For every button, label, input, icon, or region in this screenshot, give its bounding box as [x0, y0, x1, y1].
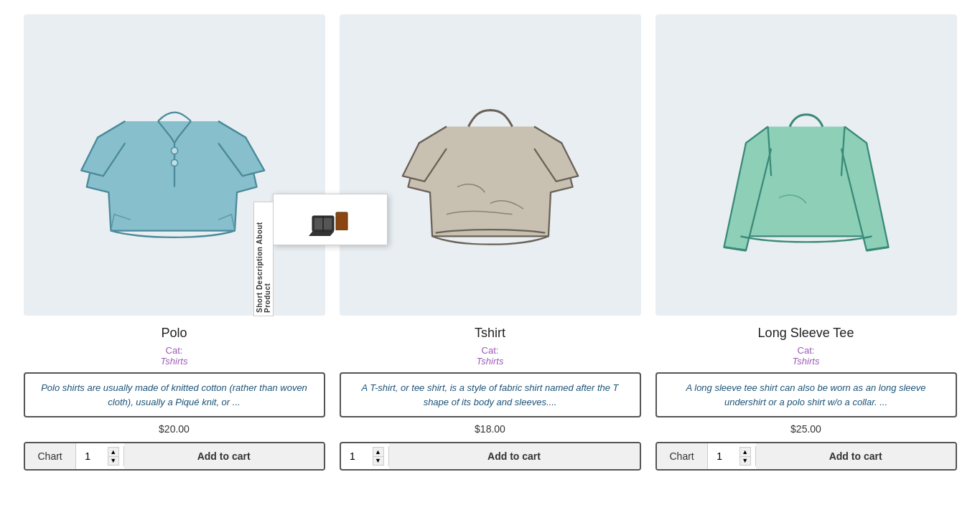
tooltip-icon [274, 194, 387, 245]
product-cat-value-longsleeve: Tshirts [793, 356, 820, 367]
product-image-polo [24, 14, 325, 316]
product-title-tshirt: Tshirt [475, 326, 505, 341]
add-to-cart-button-polo[interactable]: Add to cart [124, 443, 324, 469]
chart-button-longsleeve[interactable]: Chart [657, 443, 708, 469]
tshirt-image [370, 44, 611, 285]
product-cat-label-longsleeve: Cat: [798, 345, 815, 356]
product-image-tshirt [340, 14, 641, 316]
product-cat-value-polo: Tshirts [161, 356, 188, 367]
product-actions-polo: Chart ▲ ▼ Add to cart [24, 442, 325, 471]
svg-marker-5 [309, 232, 334, 236]
quantity-up-polo[interactable]: ▲ [108, 447, 119, 456]
product-price-polo: $20.00 [159, 423, 190, 435]
quantity-spinners-tshirt: ▲ ▼ [373, 447, 384, 466]
products-grid: Polo Cat: Tshirts Polo shirts are usuall… [7, 7, 973, 478]
product-cat-label-tshirt: Cat: [482, 345, 499, 356]
quantity-up-longsleeve[interactable]: ▲ [739, 447, 751, 456]
quantity-up-tshirt[interactable]: ▲ [373, 447, 384, 456]
svg-point-1 [171, 148, 177, 154]
chart-button-polo[interactable]: Chart [25, 443, 76, 469]
quantity-container-longsleeve: ▲ ▼ [708, 446, 756, 466]
product-actions-longsleeve: Chart ▲ ▼ Add to cart [655, 442, 957, 471]
quantity-down-tshirt[interactable]: ▼ [373, 456, 384, 466]
quantity-down-polo[interactable]: ▼ [108, 456, 119, 466]
longsleeve-image [686, 44, 927, 285]
product-tooltip: Short Description About Product [273, 194, 388, 245]
product-cat-label-polo: Cat: [166, 345, 183, 356]
product-title-longsleeve: Long Sleeve Tee [758, 326, 854, 341]
add-to-cart-button-longsleeve[interactable]: Add to cart [756, 443, 956, 469]
add-to-cart-button-tshirt[interactable]: Add to cart [389, 443, 640, 469]
product-title-polo: Polo [161, 326, 187, 341]
quantity-container-polo: ▲ ▼ [76, 446, 124, 466]
product-description-tshirt: A T-shirt, or tee shirt, is a style of f… [340, 372, 641, 417]
quantity-input-polo[interactable] [80, 446, 106, 466]
svg-rect-7 [336, 212, 347, 230]
quantity-down-longsleeve[interactable]: ▼ [739, 456, 751, 466]
quantity-container-tshirt: ▲ ▼ [341, 446, 389, 466]
product-description-longsleeve: A long sleeve tee shirt can also be worn… [655, 372, 957, 417]
quantity-input-tshirt[interactable] [345, 446, 371, 466]
tooltip-title: Short Description About Product [253, 202, 274, 316]
product-cat-value-tshirt: Tshirts [477, 356, 504, 367]
svg-marker-8 [336, 230, 347, 235]
quantity-input-longsleeve[interactable] [712, 446, 738, 466]
quantity-spinners-longsleeve: ▲ ▼ [739, 447, 751, 466]
product-price-tshirt: $18.00 [475, 423, 505, 435]
product-description-polo: Polo shirts are usually made of knitted … [24, 372, 325, 417]
product-actions-tshirt: ▲ ▼ Add to cart [340, 442, 641, 471]
books-icon [309, 202, 352, 237]
product-image-longsleeve [655, 14, 957, 316]
svg-point-2 [171, 159, 177, 166]
quantity-spinners-polo: ▲ ▼ [108, 447, 119, 466]
product-card-longsleeve: Long Sleeve Tee Cat: Tshirts A long slee… [655, 14, 957, 471]
product-price-longsleeve: $25.00 [790, 423, 821, 435]
